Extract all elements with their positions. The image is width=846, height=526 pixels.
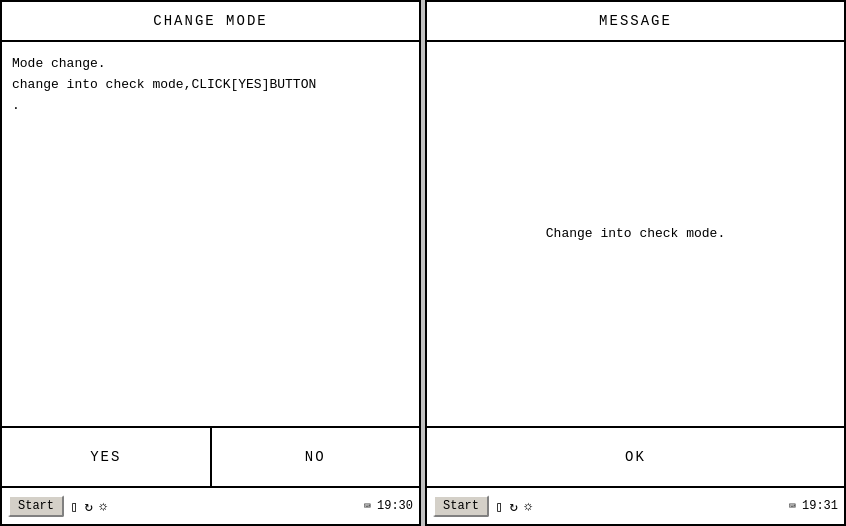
right-screen: MESSAGE Change into check mode. OK Start… bbox=[425, 0, 846, 526]
right-button-row: OK bbox=[427, 428, 844, 488]
right-taskbar-time: 19:31 bbox=[802, 499, 838, 513]
left-taskbar-time: 19:30 bbox=[377, 499, 413, 513]
no-button[interactable]: NO bbox=[212, 428, 420, 486]
left-taskbar: Start ▯ ↻ ☼ ⌨ 19:30 bbox=[2, 488, 419, 524]
left-start-label: Start bbox=[18, 499, 54, 513]
right-start-label: Start bbox=[443, 499, 479, 513]
left-taskbar-icon2[interactable]: ↻ bbox=[84, 498, 92, 515]
left-taskbar-keyboard-icon: ⌨ bbox=[364, 499, 371, 514]
right-start-button[interactable]: Start bbox=[433, 495, 489, 517]
right-taskbar-icon2[interactable]: ↻ bbox=[509, 498, 517, 515]
yes-button[interactable]: YES bbox=[2, 428, 212, 486]
left-screen-title: CHANGE MODE bbox=[2, 2, 419, 42]
left-button-row: YES NO bbox=[2, 428, 419, 488]
left-screen-content: Mode change. change into check mode,CLIC… bbox=[2, 42, 419, 428]
ok-button[interactable]: OK bbox=[427, 428, 844, 486]
right-taskbar-keyboard-icon: ⌨ bbox=[789, 499, 796, 514]
right-screen-content: Change into check mode. bbox=[427, 42, 844, 428]
right-taskbar-icon1[interactable]: ▯ bbox=[495, 498, 503, 515]
left-screen: CHANGE MODE Mode change. change into che… bbox=[0, 0, 421, 526]
right-screen-text: Change into check mode. bbox=[546, 224, 725, 245]
left-taskbar-icon1[interactable]: ▯ bbox=[70, 498, 78, 515]
left-start-button[interactable]: Start bbox=[8, 495, 64, 517]
right-taskbar-icon3[interactable]: ☼ bbox=[524, 498, 532, 514]
right-screen-title: MESSAGE bbox=[427, 2, 844, 42]
left-taskbar-icon3[interactable]: ☼ bbox=[99, 498, 107, 514]
right-taskbar: Start ▯ ↻ ☼ ⌨ 19:31 bbox=[427, 488, 844, 524]
left-screen-text: Mode change. change into check mode,CLIC… bbox=[12, 54, 316, 116]
